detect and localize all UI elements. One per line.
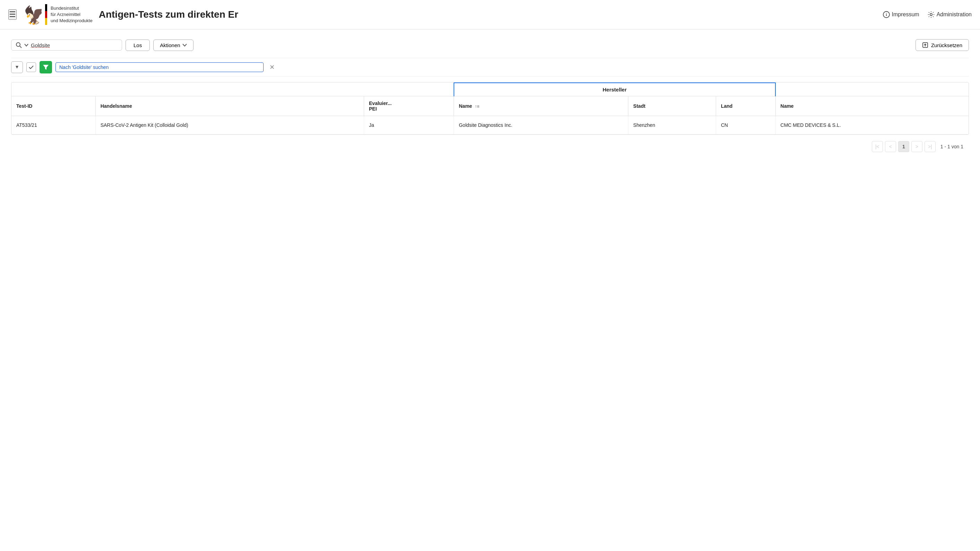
col-handelsname: Handelsname <box>95 96 364 116</box>
svg-point-3 <box>886 13 887 14</box>
page-current-button[interactable]: 1 <box>898 141 909 152</box>
col-hersteller-stadt: Stadt <box>628 96 716 116</box>
logo: 🦅 Bundesinstitut für Arzneimittel und Me… <box>23 4 92 25</box>
cell-name2: CMC MED DEVICES & S.L. <box>775 116 969 135</box>
svg-text:🦅: 🦅 <box>24 5 41 25</box>
los-button[interactable]: Los <box>126 40 150 51</box>
triangle-down-icon <box>15 65 19 69</box>
cell-hersteller-name: Goldsite Diagnostics Inc. <box>454 116 628 135</box>
col-name2: Name <box>775 96 969 116</box>
reset-icon <box>922 42 928 48</box>
page-next-button[interactable]: > <box>912 141 923 152</box>
cell-hersteller-land: CN <box>716 116 775 135</box>
main-content: Los Aktionen Zurücksetzen <box>0 29 980 168</box>
page-prev-button[interactable]: < <box>885 141 896 152</box>
filter-clear-button[interactable]: ✕ <box>267 62 277 72</box>
page-title: Antigen-Tests zum direkten Er <box>99 9 877 20</box>
search-input[interactable] <box>31 42 107 48</box>
page-last-button[interactable]: >| <box>924 141 935 152</box>
table-body: AT533/21 SARS-CoV-2 Antigen Kit (Colloid… <box>11 116 969 135</box>
info-icon <box>883 11 890 18</box>
search-input-group <box>11 40 122 51</box>
chevron-down-icon <box>24 43 29 48</box>
eagle-icon: 🦅 <box>23 4 41 25</box>
funnel-icon <box>42 64 49 71</box>
filter-checkbox[interactable] <box>26 62 36 72</box>
col-hersteller-name[interactable]: Name ↑≡ <box>454 96 628 116</box>
cell-test-id: AT533/21 <box>11 116 95 135</box>
search-icon <box>16 42 22 48</box>
table-row: AT533/21 SARS-CoV-2 Antigen Kit (Colloid… <box>11 116 969 135</box>
group-header-empty <box>11 83 454 96</box>
filter-expand-button[interactable] <box>11 61 23 73</box>
group-header-extra <box>775 83 969 96</box>
gear-icon <box>928 11 935 18</box>
cell-evaluier-pei: Ja <box>364 116 454 135</box>
data-table-wrapper: Hersteller Test-ID Handelsname Evaluier.… <box>11 82 969 135</box>
header: ☰ 🦅 Bundesinstitut für Arzneimittel und … <box>0 0 980 29</box>
cell-handelsname: SARS-CoV-2 Antigen Kit (Colloidal Gold) <box>95 116 364 135</box>
impressum-link[interactable]: Impressum <box>883 11 919 18</box>
group-header-hersteller: Hersteller <box>454 83 775 96</box>
col-hersteller-land: Land <box>716 96 775 116</box>
aktionen-button[interactable]: Aktionen <box>153 40 193 51</box>
active-filter-icon[interactable] <box>40 61 52 73</box>
col-evaluier-pei: Evaluier...PEI <box>364 96 454 116</box>
pagination: |< < 1 > >| 1 - 1 von 1 <box>11 135 969 158</box>
data-table: Hersteller Test-ID Handelsname Evaluier.… <box>11 83 969 135</box>
filter-tag: Nach 'Goldsite' suchen <box>56 62 264 72</box>
svg-point-5 <box>16 43 20 46</box>
svg-marker-9 <box>16 66 18 68</box>
cell-hersteller-stadt: Shenzhen <box>628 116 716 135</box>
table-col-header-row: Test-ID Handelsname Evaluier...PEI Name … <box>11 96 969 116</box>
check-icon <box>29 65 34 70</box>
actions-chevron-icon <box>182 43 187 48</box>
svg-point-4 <box>930 14 932 16</box>
svg-line-6 <box>20 46 22 48</box>
logo-text: Bundesinstitut für Arzneimittel und Medi… <box>51 5 92 24</box>
reset-button[interactable]: Zurücksetzen <box>915 39 969 51</box>
search-bar: Los Aktionen Zurücksetzen <box>11 39 969 51</box>
header-nav: Impressum Administration <box>883 11 972 18</box>
administration-link[interactable]: Administration <box>928 11 972 18</box>
german-flag-icon <box>45 4 47 25</box>
col-test-id: Test-ID <box>11 96 95 116</box>
hamburger-button[interactable]: ☰ <box>8 10 17 20</box>
filter-row: Nach 'Goldsite' suchen ✕ <box>11 58 969 76</box>
sort-icon: ↑≡ <box>475 104 479 109</box>
page-info: 1 - 1 von 1 <box>940 144 963 149</box>
page-first-button[interactable]: |< <box>872 141 883 152</box>
table-group-header-row: Hersteller <box>11 83 969 96</box>
